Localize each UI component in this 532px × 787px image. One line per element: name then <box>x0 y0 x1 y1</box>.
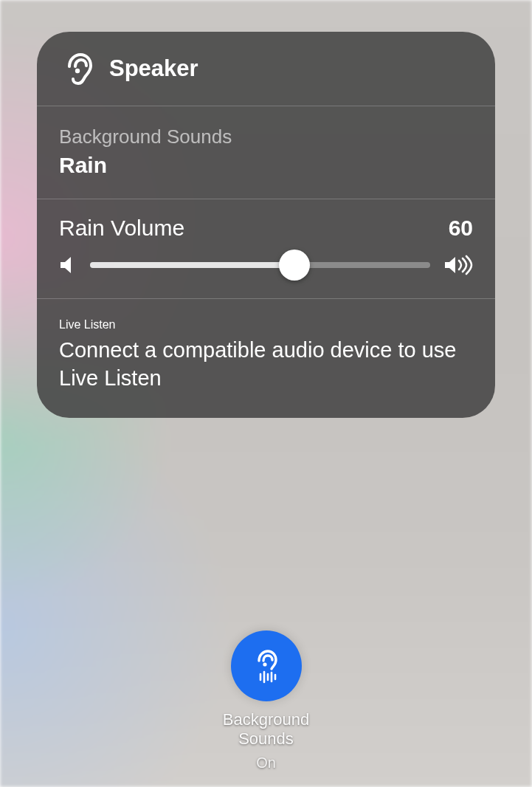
svg-point-0 <box>75 69 80 73</box>
live-listen-section: Live Listen Connect a compatible audio d… <box>37 299 495 418</box>
volume-slider-thumb[interactable] <box>279 250 310 281</box>
hearing-panel: Speaker Background Sounds Rain Rain Volu… <box>37 32 495 418</box>
background-sounds-value: Rain <box>59 153 473 178</box>
toggle-state: On <box>223 754 309 771</box>
ear-icon <box>59 51 94 86</box>
volume-slider[interactable] <box>90 262 430 268</box>
volume-value: 60 <box>449 216 473 241</box>
svg-point-1 <box>263 662 266 666</box>
live-listen-message: Connect a compatible audio device to use… <box>59 336 473 393</box>
background-sounds-row[interactable]: Background Sounds Rain <box>37 106 495 199</box>
volume-slider-fill <box>90 262 294 268</box>
background-sounds-toggle-button[interactable] <box>231 630 302 701</box>
volume-label: Rain Volume <box>59 216 184 241</box>
volume-section: Rain Volume 60 <box>37 199 495 298</box>
background-sounds-label: Background Sounds <box>59 126 473 148</box>
toggle-caption: Background Sounds On <box>223 710 309 771</box>
live-listen-label: Live Listen <box>59 318 473 331</box>
speaker-low-icon <box>59 255 77 275</box>
panel-title: Speaker <box>109 55 198 82</box>
panel-header: Speaker <box>37 32 495 106</box>
toggle-title: Background Sounds <box>223 710 309 749</box>
speaker-high-icon <box>443 254 473 276</box>
ear-sound-icon <box>248 647 285 684</box>
